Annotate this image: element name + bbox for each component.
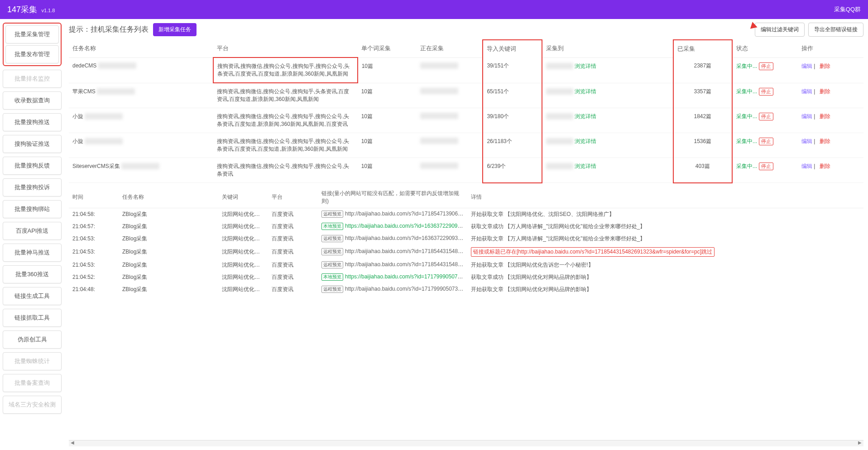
sidebar-item-1[interactable]: 收录数据查询 [3,91,62,110]
log-col-3: 平台 [268,187,318,208]
log-platform: 百度资讯 [268,233,318,245]
view-detail-link[interactable]: 浏览详情 [575,63,596,69]
log-detail: 开始获取文章 【沈阳网站优化告诉您一个小秘密!】 [467,259,863,271]
logs-scroll-area[interactable]: 21:04:58:ZBlog采集沈阳网站优化价格百度资讯远程预览http://b… [69,208,863,447]
add-task-button[interactable]: 新增采集任务 [153,23,197,36]
sidebar-item-12[interactable]: 伪原创工具 [3,330,62,349]
main-content: 提示：挂机采集任务列表 新增采集任务 编辑过滤关键词 导出全部错误链接 任务名称… [64,19,868,450]
log-task: ZBlog采集 [119,271,218,283]
task-collected-to: xxxxxxxxxx 浏览详情 [542,57,673,83]
preview-tag[interactable]: 远程预览 [321,211,343,218]
sidebar-item-10[interactable]: 链接生成工具 [3,287,62,305]
task-status: 采集中...停止 [732,133,798,158]
sidebar-item-9[interactable]: 批量360推送 [3,265,62,283]
sidebar-item-3[interactable]: 搜狗验证推送 [3,135,62,153]
sidebar-item-2[interactable]: 批量搜狗推送 [3,113,62,131]
view-detail-link[interactable]: 浏览详情 [575,113,596,120]
task-keywords: 39/180个 [483,108,542,133]
task-single: 10篇 [358,133,417,158]
sidebar-item-7[interactable]: 百度API推送 [3,222,62,240]
task-name: 小旋 xxxxxxxxxxxxxx [69,133,213,158]
preview-tag[interactable]: 远程预览 [321,286,343,293]
task-col-4: 导入关键词 [483,40,542,57]
log-task: ZBlog采集 [119,245,218,259]
view-detail-link[interactable]: 浏览详情 [575,138,596,144]
log-detail: 获取文章成功 【沈阳网站优化对网站品牌的影响】 [467,271,863,283]
task-running: xxxxxxxxxxxxxx [417,108,483,133]
task-col-0: 任务名称 [69,40,213,57]
task-running: xxxxxxxxxxxxxx [417,158,483,183]
stop-button[interactable]: 停止 [759,163,773,170]
log-time: 21:04:52: [69,271,119,283]
log-task: ZBlog采集 [119,220,218,233]
task-ops: 编辑 | 删除 [798,57,863,83]
log-detail: 开始获取文章 【万人网络讲解_"沈阳网站优化"能给企业带来哪些好处_】 [467,233,863,245]
sidebar-item-4[interactable]: 批量搜狗反馈 [3,157,62,175]
edit-button[interactable]: 编辑 [801,63,812,69]
sidebar-item-8[interactable]: 批量神马推送 [3,244,62,262]
sidebar-item-6[interactable]: 批量搜狗绑站 [3,200,62,218]
edit-button[interactable]: 编辑 [801,88,812,95]
task-name: 小旋 xxxxxxxxxxxxxx [69,108,213,133]
task-count: 1842篇 [673,108,732,133]
log-link: 远程预览http://baijiahao.baidu.com/s?id=1718… [318,259,467,271]
delete-button[interactable]: 删除 [820,88,830,95]
sidebar-item-5[interactable]: 批量搜狗投诉 [3,178,62,196]
log-platform: 百度资讯 [268,283,318,296]
task-col-3: 正在采集 [417,40,483,57]
task-col-8: 操作 [798,40,863,57]
log-time: 21:04:53: [69,233,119,245]
sidebar-item-publish-manage[interactable]: 批量发布管理 [5,45,59,63]
stop-button[interactable]: 停止 [759,62,773,70]
sidebar-item-15: 域名三方安全检测 [3,396,62,414]
view-detail-link[interactable]: 浏览详情 [575,88,596,95]
preview-tag[interactable]: 远程预览 [321,261,343,268]
horizontal-scrollbar[interactable] [69,440,863,446]
page-title: 提示：挂机采集任务列表 [69,25,149,34]
export-errors-button[interactable]: 导出全部错误链接 [808,23,863,37]
delete-button[interactable]: 删除 [820,138,830,144]
stop-button[interactable]: 停止 [759,88,773,96]
delete-button[interactable]: 删除 [820,63,830,69]
table-row: dedeCMS xxxxxxxxxxxxxx搜狗资讯,搜狗微信,搜狗公众号,搜狗… [69,57,863,83]
delete-button[interactable]: 删除 [820,113,830,120]
log-row: 21:04:53:ZBlog采集沈阳网站优化价格百度资讯远程预览http://b… [69,233,863,245]
filter-keywords-button[interactable]: 编辑过滤关键词 [755,23,805,37]
log-col-0: 时间 [69,187,119,208]
preview-tag[interactable]: 本地预览 [321,273,343,281]
task-ops: 编辑 | 删除 [798,133,863,158]
log-task: ZBlog采集 [119,208,218,220]
task-status: 采集中...停止 [732,108,798,133]
edit-button[interactable]: 编辑 [801,163,812,169]
task-single: 10篇 [358,57,417,83]
top-right-link[interactable]: 采集QQ群 [834,5,861,14]
stop-button[interactable]: 停止 [759,113,773,120]
task-col-6: 已采集 [673,40,732,57]
log-keyword: 沈阳网站优化价格 [218,220,268,233]
preview-tag[interactable]: 本地预览 [321,223,343,230]
task-keywords: 6/239个 [483,158,542,183]
log-platform: 百度资讯 [268,220,318,233]
sidebar-item-11[interactable]: 链接抓取工具 [3,309,62,327]
preview-tag[interactable]: 远程预览 [321,235,343,242]
log-col-1: 任务名称 [119,187,218,208]
task-keywords: 39/151个 [483,57,542,83]
log-time: 21:04:58: [69,208,119,220]
view-detail-link[interactable]: 浏览详情 [575,163,596,169]
delete-button[interactable]: 删除 [820,163,830,169]
edit-button[interactable]: 编辑 [801,138,812,144]
log-keyword: 沈阳网站优化价格 [218,259,268,271]
task-platforms: 搜狗资讯,搜狗微信,搜狗公众号,搜狗知乎,搜狗公众号,头条资讯,百度资讯,百度知… [213,133,358,158]
sidebar-item-collect-manage[interactable]: 批量采集管理 [5,25,59,43]
task-count: 403篇 [673,158,732,183]
log-link: 远程预览http://baijiahao.baidu.com/s?id=1636… [318,233,467,245]
preview-tag[interactable]: 远程预览 [321,248,343,255]
stop-button[interactable]: 停止 [759,138,773,145]
log-platform: 百度资讯 [268,271,318,283]
task-count: 3357篇 [673,83,732,108]
task-platforms: 搜狗资讯,搜狗微信,搜狗公众号,搜狗知乎,搜狗公众号,头条资讯,百度知道,新浪新… [213,108,358,133]
edit-button[interactable]: 编辑 [801,113,812,120]
sidebar-item-14: 批量备案查询 [3,374,62,392]
task-platforms: 搜狗资讯,搜狗微信,搜狗公众号,搜狗知乎,搜狗公众号,头条资讯 [213,158,358,183]
brand-title: 147采集 [7,5,37,14]
